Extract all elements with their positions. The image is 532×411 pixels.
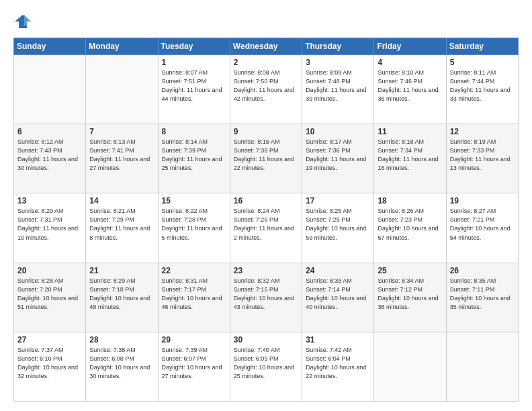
calendar-header: SundayMondayTuesdayWednesdayThursdayFrid… xyxy=(14,38,519,55)
calendar-week: 20Sunrise: 8:28 AM Sunset: 7:20 PM Dayli… xyxy=(14,263,519,332)
day-info: Sunrise: 7:42 AM Sunset: 6:04 PM Dayligh… xyxy=(306,346,370,381)
day-info: Sunrise: 8:10 AM Sunset: 7:46 PM Dayligh… xyxy=(378,68,442,103)
calendar-cell: 15Sunrise: 8:22 AM Sunset: 7:28 PM Dayli… xyxy=(158,193,230,263)
calendar-cell: 13Sunrise: 8:20 AM Sunset: 7:31 PM Dayli… xyxy=(14,193,86,263)
header-day: Friday xyxy=(374,38,446,55)
calendar-cell: 12Sunrise: 8:19 AM Sunset: 7:33 PM Dayli… xyxy=(446,124,518,193)
day-number: 31 xyxy=(306,335,370,345)
day-info: Sunrise: 8:15 AM Sunset: 7:38 PM Dayligh… xyxy=(234,138,298,173)
calendar-body: 1Sunrise: 8:07 AM Sunset: 7:51 PM Daylig… xyxy=(14,55,519,402)
day-number: 5 xyxy=(450,58,515,67)
day-number: 2 xyxy=(234,58,298,67)
day-number: 12 xyxy=(450,127,515,136)
calendar-cell: 27Sunrise: 7:37 AM Sunset: 6:10 PM Dayli… xyxy=(14,332,86,401)
day-number: 21 xyxy=(89,266,154,275)
day-info: Sunrise: 8:08 AM Sunset: 7:50 PM Dayligh… xyxy=(234,68,298,103)
day-info: Sunrise: 8:27 AM Sunset: 7:21 PM Dayligh… xyxy=(450,207,515,242)
calendar-cell: 25Sunrise: 8:34 AM Sunset: 7:12 PM Dayli… xyxy=(374,263,446,332)
day-number: 14 xyxy=(89,196,154,205)
calendar-cell xyxy=(86,55,158,124)
calendar-cell: 26Sunrise: 8:35 AM Sunset: 7:11 PM Dayli… xyxy=(446,263,518,332)
page: SundayMondayTuesdayWednesdayThursdayFrid… xyxy=(0,0,532,411)
day-info: Sunrise: 8:35 AM Sunset: 7:11 PM Dayligh… xyxy=(450,277,515,312)
day-number: 25 xyxy=(378,266,442,275)
day-info: Sunrise: 7:40 AM Sunset: 6:05 PM Dayligh… xyxy=(234,346,298,381)
calendar-cell: 6Sunrise: 8:12 AM Sunset: 7:43 PM Daylig… xyxy=(14,124,86,193)
header-row: SundayMondayTuesdayWednesdayThursdayFrid… xyxy=(14,38,519,55)
calendar-cell: 9Sunrise: 8:15 AM Sunset: 7:38 PM Daylig… xyxy=(230,124,302,193)
calendar-cell: 5Sunrise: 8:11 AM Sunset: 7:44 PM Daylig… xyxy=(446,55,518,124)
day-info: Sunrise: 8:24 AM Sunset: 7:26 PM Dayligh… xyxy=(234,207,298,242)
calendar-week: 6Sunrise: 8:12 AM Sunset: 7:43 PM Daylig… xyxy=(14,124,519,193)
day-info: Sunrise: 8:17 AM Sunset: 7:36 PM Dayligh… xyxy=(306,138,370,173)
day-info: Sunrise: 8:29 AM Sunset: 7:18 PM Dayligh… xyxy=(89,277,154,312)
day-number: 3 xyxy=(306,58,370,67)
day-number: 28 xyxy=(89,335,154,345)
calendar-cell: 24Sunrise: 8:33 AM Sunset: 7:14 PM Dayli… xyxy=(302,263,374,332)
day-info: Sunrise: 8:14 AM Sunset: 7:39 PM Dayligh… xyxy=(162,138,226,173)
calendar-week: 1Sunrise: 8:07 AM Sunset: 7:51 PM Daylig… xyxy=(14,55,519,124)
day-number: 29 xyxy=(162,335,226,345)
day-number: 8 xyxy=(162,127,226,136)
header xyxy=(13,12,519,31)
day-info: Sunrise: 8:25 AM Sunset: 7:25 PM Dayligh… xyxy=(306,207,370,242)
day-info: Sunrise: 8:19 AM Sunset: 7:33 PM Dayligh… xyxy=(450,138,515,173)
header-day: Sunday xyxy=(14,38,86,55)
header-day: Thursday xyxy=(302,38,374,55)
day-number: 9 xyxy=(234,127,298,136)
day-info: Sunrise: 8:26 AM Sunset: 7:23 PM Dayligh… xyxy=(378,207,442,242)
calendar-cell: 11Sunrise: 8:18 AM Sunset: 7:34 PM Dayli… xyxy=(374,124,446,193)
day-info: Sunrise: 8:12 AM Sunset: 7:43 PM Dayligh… xyxy=(17,138,82,173)
day-number: 17 xyxy=(306,196,370,205)
day-info: Sunrise: 8:32 AM Sunset: 7:15 PM Dayligh… xyxy=(234,277,298,312)
calendar-week: 13Sunrise: 8:20 AM Sunset: 7:31 PM Dayli… xyxy=(14,193,519,263)
calendar-cell xyxy=(14,55,86,124)
calendar-cell: 21Sunrise: 8:29 AM Sunset: 7:18 PM Dayli… xyxy=(86,263,158,332)
calendar-cell: 31Sunrise: 7:42 AM Sunset: 6:04 PM Dayli… xyxy=(302,332,374,401)
day-info: Sunrise: 8:22 AM Sunset: 7:28 PM Dayligh… xyxy=(162,207,226,242)
calendar-cell: 22Sunrise: 8:31 AM Sunset: 7:17 PM Dayli… xyxy=(158,263,230,332)
day-number: 10 xyxy=(306,127,370,136)
day-number: 26 xyxy=(450,266,515,275)
day-number: 24 xyxy=(306,266,370,275)
calendar-cell: 19Sunrise: 8:27 AM Sunset: 7:21 PM Dayli… xyxy=(446,193,518,263)
day-info: Sunrise: 7:38 AM Sunset: 6:08 PM Dayligh… xyxy=(89,346,154,381)
day-number: 1 xyxy=(162,58,226,67)
day-number: 7 xyxy=(89,127,154,136)
day-info: Sunrise: 8:20 AM Sunset: 7:31 PM Dayligh… xyxy=(17,207,82,242)
day-number: 20 xyxy=(17,266,82,275)
day-info: Sunrise: 8:13 AM Sunset: 7:41 PM Dayligh… xyxy=(89,138,154,173)
day-number: 23 xyxy=(234,266,298,275)
day-info: Sunrise: 8:18 AM Sunset: 7:34 PM Dayligh… xyxy=(378,138,442,173)
day-number: 18 xyxy=(378,196,442,205)
calendar-cell: 23Sunrise: 8:32 AM Sunset: 7:15 PM Dayli… xyxy=(230,263,302,332)
calendar-cell: 30Sunrise: 7:40 AM Sunset: 6:05 PM Dayli… xyxy=(230,332,302,401)
header-day: Saturday xyxy=(446,38,518,55)
day-info: Sunrise: 8:28 AM Sunset: 7:20 PM Dayligh… xyxy=(17,277,82,312)
day-info: Sunrise: 8:33 AM Sunset: 7:14 PM Dayligh… xyxy=(306,277,370,312)
day-info: Sunrise: 7:39 AM Sunset: 6:07 PM Dayligh… xyxy=(162,346,226,381)
day-info: Sunrise: 8:31 AM Sunset: 7:17 PM Dayligh… xyxy=(162,277,226,312)
calendar-cell: 14Sunrise: 8:21 AM Sunset: 7:29 PM Dayli… xyxy=(86,193,158,263)
header-day: Tuesday xyxy=(158,38,230,55)
day-number: 16 xyxy=(234,196,298,205)
calendar-cell: 28Sunrise: 7:38 AM Sunset: 6:08 PM Dayli… xyxy=(86,332,158,401)
logo xyxy=(13,12,35,31)
calendar-cell: 2Sunrise: 8:08 AM Sunset: 7:50 PM Daylig… xyxy=(230,55,302,124)
calendar-week: 27Sunrise: 7:37 AM Sunset: 6:10 PM Dayli… xyxy=(14,332,519,401)
header-day: Wednesday xyxy=(230,38,302,55)
calendar-cell: 29Sunrise: 7:39 AM Sunset: 6:07 PM Dayli… xyxy=(158,332,230,401)
calendar-cell: 20Sunrise: 8:28 AM Sunset: 7:20 PM Dayli… xyxy=(14,263,86,332)
calendar-cell: 16Sunrise: 8:24 AM Sunset: 7:26 PM Dayli… xyxy=(230,193,302,263)
calendar-cell: 7Sunrise: 8:13 AM Sunset: 7:41 PM Daylig… xyxy=(86,124,158,193)
calendar-cell: 1Sunrise: 8:07 AM Sunset: 7:51 PM Daylig… xyxy=(158,55,230,124)
calendar-cell xyxy=(374,332,446,401)
calendar-cell: 4Sunrise: 8:10 AM Sunset: 7:46 PM Daylig… xyxy=(374,55,446,124)
header-day: Monday xyxy=(86,38,158,55)
day-number: 4 xyxy=(378,58,442,67)
day-info: Sunrise: 8:11 AM Sunset: 7:44 PM Dayligh… xyxy=(450,68,515,103)
day-number: 22 xyxy=(162,266,226,275)
day-number: 13 xyxy=(17,196,82,205)
day-number: 30 xyxy=(234,335,298,345)
calendar-cell: 18Sunrise: 8:26 AM Sunset: 7:23 PM Dayli… xyxy=(374,193,446,263)
